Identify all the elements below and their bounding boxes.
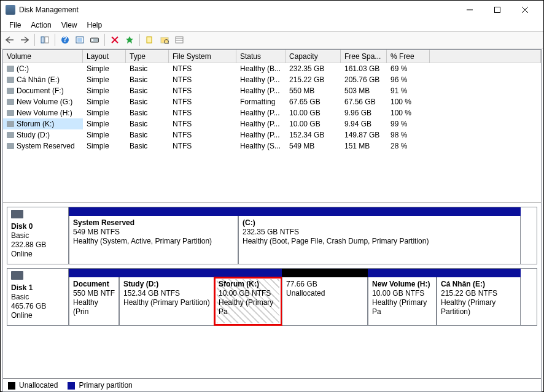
volume-list[interactable]: VolumeLayoutTypeFile SystemStatusCapacit… [3, 50, 541, 203]
svg-rect-4 [41, 37, 44, 43]
column-header[interactable]: Capacity [286, 50, 341, 63]
menu-file[interactable]: File [4, 20, 26, 31]
disk-row[interactable]: Disk 1Basic465.76 GBOnlineDocument550 MB… [7, 268, 537, 326]
toolbar: ? [1, 31, 543, 48]
explore-button[interactable] [158, 33, 171, 47]
disk-icon [11, 210, 23, 218]
window-title: Disk Management [19, 6, 456, 14]
svg-rect-13 [147, 37, 152, 43]
partition[interactable]: System Reserved549 MB NTFSHealthy (Syste… [69, 216, 238, 264]
partition[interactable]: Document550 MB NTFHealthy (Prin [69, 277, 119, 325]
disk-graphical-view[interactable]: Disk 0Basic232.88 GBOnlineSystem Reserve… [3, 203, 541, 378]
disk-info[interactable]: Disk 0Basic232.88 GBOnline [7, 207, 69, 264]
svg-rect-5 [45, 37, 49, 43]
column-header[interactable]: Volume [3, 50, 83, 63]
legend-primary-swatch [68, 382, 75, 390]
back-button[interactable] [3, 33, 17, 47]
svg-rect-17 [176, 37, 183, 43]
disk-info[interactable]: Disk 1Basic465.76 GBOnline [7, 269, 69, 325]
column-header[interactable]: % Free [387, 50, 430, 63]
content-area: VolumeLayoutTypeFile SystemStatusCapacit… [2, 49, 542, 379]
svg-rect-10 [91, 39, 93, 41]
legend-unalloc-swatch [8, 382, 15, 390]
column-header[interactable]: Status [236, 50, 286, 63]
column-header[interactable]: File System [169, 50, 236, 63]
partition[interactable]: New Volume (H:)10.00 GB NTFSHealthy (Pri… [368, 277, 437, 325]
menubar: File Action View Help [1, 19, 543, 31]
column-header[interactable]: Layout [83, 50, 126, 63]
legend-unalloc-label: Unallocated [19, 381, 58, 390]
refresh-button[interactable] [73, 33, 87, 47]
minimize-button[interactable] [456, 1, 483, 19]
drive-icon [7, 143, 14, 149]
column-header[interactable]: Free Spa... [341, 50, 387, 63]
volume-row[interactable]: Study (D:)SimpleBasicNTFSHealthy (P...15… [3, 129, 541, 140]
partition[interactable]: Sforum (K:)10.00 GB NTFSHealthy (Primary… [214, 277, 282, 325]
showhide-button[interactable] [38, 33, 52, 47]
svg-text:?: ? [63, 36, 67, 44]
drive-icon [7, 132, 14, 138]
volume-row[interactable]: Cá Nhân (E:)SimpleBasicNTFSHealthy (P...… [3, 74, 541, 85]
partition[interactable]: 77.66 GBUnallocated [282, 277, 368, 325]
volume-row[interactable]: Sforum (K:)SimpleBasicNTFSHealthy (P...1… [3, 118, 541, 129]
svg-rect-1 [494, 7, 500, 13]
disk-icon [11, 271, 23, 280]
list-button[interactable] [173, 33, 186, 47]
drive-icon [7, 77, 14, 83]
close-button[interactable] [511, 1, 538, 19]
volume-row[interactable]: Document (F:)SimpleBasicNTFSHealthy (P..… [3, 85, 541, 96]
new-volume-button[interactable] [143, 33, 157, 47]
partition[interactable]: Study (D:)152.34 GB NTFSHealthy (Primary… [119, 277, 214, 325]
rescan-button[interactable] [88, 33, 101, 47]
legend: Unallocated Primary partition [2, 379, 542, 392]
delete-button[interactable] [108, 33, 122, 47]
drive-icon [7, 99, 14, 105]
help-button[interactable]: ? [58, 33, 72, 47]
titlebar[interactable]: Disk Management [1, 1, 543, 19]
drive-icon [7, 110, 14, 116]
partition[interactable]: Cá Nhân (E:)215.22 GB NTFSHealthy (Prima… [437, 277, 521, 325]
maximize-button[interactable] [483, 1, 511, 19]
svg-line-16 [168, 43, 169, 44]
menu-help[interactable]: Help [82, 20, 107, 31]
column-header[interactable]: Type [126, 50, 169, 63]
partition[interactable]: (C:)232.35 GB NTFSHealthy (Boot, Page Fi… [238, 216, 521, 264]
volume-row[interactable]: System ReservedSimpleBasicNTFSHealthy (S… [3, 140, 541, 152]
volume-header[interactable]: VolumeLayoutTypeFile SystemStatusCapacit… [3, 50, 541, 63]
volume-row[interactable]: New Volume (H:)SimpleBasicNTFSHealthy (P… [3, 107, 541, 118]
menu-view[interactable]: View [56, 20, 82, 31]
disk-row[interactable]: Disk 0Basic232.88 GBOnlineSystem Reserve… [7, 207, 537, 264]
app-icon [6, 5, 15, 15]
volume-row[interactable]: (C:)SimpleBasicNTFSHealthy (B...232.35 G… [3, 63, 541, 74]
forward-button[interactable] [18, 33, 31, 47]
menu-action[interactable]: Action [26, 20, 56, 31]
drive-icon [7, 66, 14, 72]
legend-primary-label: Primary partition [79, 381, 132, 390]
volume-row[interactable]: New Volume (G:)SimpleBasicNTFSFormatting… [3, 96, 541, 107]
drive-icon [7, 88, 14, 94]
properties-button[interactable] [123, 33, 136, 47]
drive-icon [7, 121, 14, 127]
